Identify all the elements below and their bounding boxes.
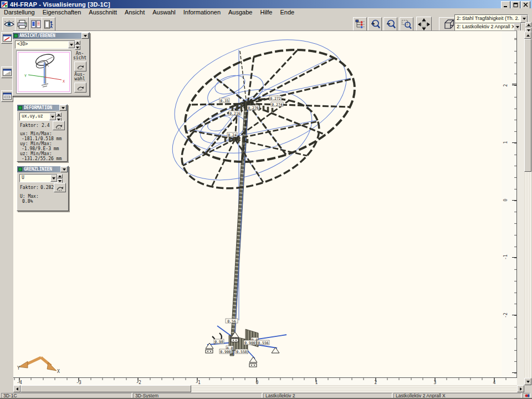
ansicht-panel-titlebar[interactable]: ANSICHT/EBENEN [13,33,89,39]
hruler-label: -3 [74,380,83,385]
uz-value: -131.2/55.26 mm [22,156,62,161]
spin-up[interactable] [57,174,63,178]
maximize-icon [513,3,518,7]
status-project: 3D-1C [1,393,132,398]
toggle-view-panel-button[interactable] [1,32,13,44]
menu-ausgabe[interactable]: Ausgabe [224,9,256,16]
application-window: 4H-FRAP - Visualisierung [3D-1C] Darstel… [0,0,532,399]
menu-eigenschaften[interactable]: Eigenschaften [39,9,85,16]
deformation-apply-button[interactable] [53,121,65,130]
result-case-combobox[interactable]: 2: Stahl Tragfähigkeit (Th. 2. O [454,14,528,23]
ansicht-panel-close-button[interactable] [81,33,89,39]
exit-button[interactable] [42,17,55,31]
deformation-panel-close-button[interactable] [59,105,66,111]
curved-arrow-icon [54,122,63,129]
grenzlinien-spinner[interactable] [57,174,63,183]
horizontal-scroll-thumb[interactable] [21,385,191,392]
minimize-button[interactable] [501,1,510,9]
toggle-deformation-panel-button[interactable] [1,66,13,78]
svg-text:0.272: 0.272 [270,96,281,101]
svg-text:0.24: 0.24 [228,133,237,137]
zoom-window-button[interactable] [400,17,413,31]
scroll-left-button[interactable] [13,385,21,392]
svg-text:0.56: 0.56 [227,319,236,324]
vertical-scroll-thumb[interactable] [524,39,531,172]
zoom-out-icon [385,19,396,29]
structure-tree-button[interactable] [353,17,367,31]
report-button[interactable] [29,17,43,31]
scroll-right-button[interactable] [517,385,524,392]
scroll-down-button[interactable] [524,378,531,385]
spin-up[interactable] [525,22,531,27]
auswahl-apply-button[interactable] [74,83,86,93]
menu-hilfe[interactable]: Hilfe [256,9,276,16]
app-icon [1,1,8,8]
view-selector-combobox[interactable]: <3D> [15,40,75,49]
view-spinner[interactable] [75,40,80,50]
ansicht-panel-title: ANSICHT/EBENEN [19,33,55,38]
vruler-label: 1 [503,137,509,148]
horizontal-ruler: -4 -3 -2 -1 0 1 2 3 4 [13,377,517,385]
maximize-button[interactable] [511,1,520,9]
print-button[interactable] [15,17,29,31]
grenzlinien-faktor-value: 0.282 [40,185,54,190]
status-icon-field [523,393,530,398]
svg-text:0.98: 0.98 [214,340,223,344]
toggle-grenzlinien-panel-button[interactable] [1,90,13,102]
loadcase-combo-arrow[interactable] [514,23,521,31]
toolbar: 2: Stahl Tragfähigkeit (Th. 2. O 2: Last… [0,16,532,30]
grenzlinien-panel-title: GRENZLINIEN [24,167,52,172]
menu-informationen[interactable]: Informationen [180,9,224,16]
menu-auswahl[interactable]: Auswahl [149,9,180,16]
uy-label: uy: Min/Max: [20,141,52,146]
view-preview: Y X [16,50,71,94]
status-loadcase-detail: Lastkollektiv 2 Anprall X [393,393,521,398]
hruler-label: -4 [15,380,24,385]
view-combo-arrow[interactable] [68,41,75,48]
titlebar[interactable]: 4H-FRAP - Visualisierung [3D-1C] [0,0,532,8]
scroll-up-button[interactable] [524,32,531,39]
horizontal-scrollbar[interactable] [13,385,524,392]
result-combo-arrow[interactable] [520,15,528,23]
zoom-in-icon [370,19,380,29]
menu-ende[interactable]: Ende [276,9,298,16]
deformation-panel-titlebar[interactable]: DEFORMATION [17,105,67,111]
grenzlinien-panel-titlebar[interactable]: GRENZLINIEN [17,166,68,172]
view-properties-button[interactable] [2,17,16,31]
grenzlinien-combobox[interactable]: U [19,174,58,182]
menu-darstellung[interactable]: Darstellung [0,9,39,16]
menu-ansicht[interactable]: Ansicht [121,9,149,16]
scrollbar-corner [524,385,531,392]
deformation-faktor-value: 2.4 [42,123,49,128]
spin-up[interactable] [75,40,80,45]
result-case-value: 2: Stahl Tragfähigkeit (Th. 2. O [457,16,525,21]
grenzlinien-panel-close-button[interactable] [60,166,68,172]
tree-list-icon [355,19,365,29]
panel-icon [18,106,22,110]
pan-button[interactable] [416,17,432,32]
curved-arrow-icon [76,84,85,91]
grenzlinien-apply-button[interactable] [54,183,66,192]
preview-y-label: Y [24,74,27,78]
spin-up[interactable] [56,112,62,117]
svg-text:0.276: 0.276 [248,106,259,110]
close-button[interactable] [521,1,530,9]
spin-down[interactable] [75,45,80,50]
status-loadcase: Lastkollektiv 2 [263,393,392,398]
zoom-out-button[interactable] [383,17,397,31]
deformation-component-combobox[interactable]: ux,uy,uz [19,112,57,121]
hruler-label: -2 [134,380,143,385]
grenzlinien-combo-arrow[interactable] [50,175,57,182]
statusbar: 3D-1C 3D-System Lastkollektiv 2 Lastkoll… [0,392,532,399]
panel-icon [18,167,22,171]
menu-ausschnitt[interactable]: Ausschnitt [85,9,121,16]
vertical-scrollbar[interactable] [524,32,531,385]
ansicht-apply-button[interactable] [74,62,86,71]
hruler-label: 3 [431,380,439,385]
deformation-combo-arrow[interactable] [49,113,56,120]
deformation-faktor-label: Faktor: [20,123,39,128]
zoom-in-button[interactable] [368,17,382,31]
hruler-label: 4 [490,380,499,385]
mini-window-diagonal-icon [3,69,12,76]
lower-wheel [170,83,330,204]
